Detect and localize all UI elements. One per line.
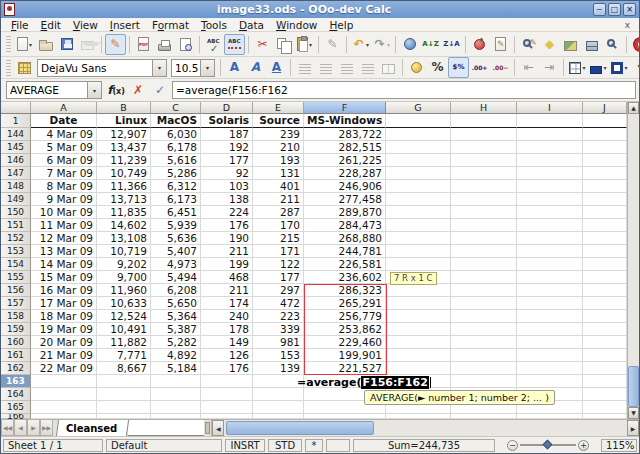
cell[interactable] [517,362,583,375]
auto-spellcheck[interactable] [224,34,245,55]
cell[interactable]: 12,907 [97,128,151,141]
toolbar-grip[interactable] [6,36,11,52]
cell[interactable]: 5,650 [151,297,201,310]
row-header-163[interactable]: 163 [1,375,31,388]
cell[interactable] [253,414,304,419]
edit-file[interactable]: ✎ [105,34,126,55]
cell[interactable]: 170 [253,219,304,232]
cell[interactable]: 5,387 [151,323,201,336]
cell[interactable]: Linux [97,114,151,128]
cell[interactable]: 287 [253,206,304,219]
cell[interactable] [451,128,517,141]
cell[interactable] [451,154,517,167]
col-header-F[interactable]: F [304,102,386,114]
print[interactable] [154,34,175,55]
cell[interactable]: 14 Mar 09 [31,258,97,271]
cell[interactable]: 20 Mar 09 [31,336,97,349]
cell[interactable]: 283,722 [304,128,386,141]
cell[interactable]: 8 Mar 09 [31,180,97,193]
cell[interactable] [151,401,201,414]
cell[interactable] [451,336,517,349]
col-header-A[interactable]: A [31,102,97,114]
previous-sheet-button[interactable]: ◀ [14,420,27,436]
cell[interactable]: 6,208 [151,284,201,297]
cell[interactable]: 13 Mar 09 [31,245,97,258]
cell[interactable] [451,141,517,154]
cell[interactable]: 13,108 [97,232,151,245]
open[interactable] [35,34,56,55]
col-header-H[interactable]: H [451,102,517,114]
menu-edit[interactable]: Edit [35,19,67,31]
cell[interactable]: 4,973 [151,258,201,271]
cell[interactable]: 10,491 [97,323,151,336]
zoom-level[interactable]: 115% [601,439,637,452]
cell[interactable] [583,401,627,414]
cell[interactable] [517,245,583,258]
row-header-161[interactable]: 161 [1,349,31,362]
select-all-corner[interactable] [1,102,31,114]
cell[interactable] [517,323,583,336]
cell[interactable]: 177 [253,271,304,284]
cell[interactable] [517,128,583,141]
cell[interactable] [386,141,451,154]
cell[interactable]: 9,202 [97,258,151,271]
cell[interactable]: 6,451 [151,206,201,219]
cell[interactable]: 126 [201,349,253,362]
cell[interactable]: 176 [201,219,253,232]
cell[interactable] [517,232,583,245]
cell[interactable] [517,297,583,310]
col-header-B[interactable]: B [97,102,151,114]
cell[interactable]: 5,636 [151,232,201,245]
menu-help[interactable]: Help [323,19,359,31]
cell[interactable]: 177 [201,154,253,167]
cell[interactable] [583,414,627,419]
cell[interactable] [386,349,451,362]
cell[interactable] [517,414,583,419]
cell[interactable]: 11,835 [97,206,151,219]
cell[interactable]: 131 [253,167,304,180]
cell[interactable]: 5,286 [151,167,201,180]
horizontal-scroll-thumb[interactable] [226,421,374,435]
cell[interactable] [31,375,97,388]
border-color-dropdown-icon[interactable]: ▾ [624,64,627,71]
cell[interactable]: 149 [201,336,253,349]
cell[interactable]: 190 [201,232,253,245]
merge-cells[interactable] [378,57,399,78]
cell[interactable] [31,401,97,414]
find-replace[interactable] [518,34,539,55]
tab-split-handle[interactable] [205,422,210,434]
cell[interactable] [201,414,253,419]
menu-window[interactable]: Window [270,19,323,31]
standard-format[interactable] [448,57,469,78]
cell[interactable] [386,310,451,323]
cell[interactable] [517,271,583,284]
cell[interactable] [583,219,627,232]
cell[interactable]: 5,939 [151,219,201,232]
cell[interactable]: 178 [201,323,253,336]
document-close-icon[interactable]: x [620,20,635,30]
cell[interactable]: 11,960 [97,284,151,297]
cell[interactable] [451,284,517,297]
cell[interactable]: 277,458 [304,193,386,206]
row-header-145[interactable]: 145 [1,141,31,154]
cell[interactable]: 7 Mar 09 [31,167,97,180]
toolbar-grip-2[interactable] [6,60,11,76]
zoom-track[interactable] [520,444,576,446]
cell[interactable]: 5,494 [151,271,201,284]
gallery[interactable] [560,34,581,55]
spellcheck[interactable] [203,34,224,55]
cell[interactable] [201,401,253,414]
cell[interactable]: 10 Mar 09 [31,206,97,219]
cancel-icon[interactable]: ✗ [128,81,148,99]
cell[interactable] [97,375,151,388]
col-header-D[interactable]: D [201,102,253,114]
cell[interactable] [386,180,451,193]
vertical-scroll-thumb[interactable] [628,366,639,407]
underline[interactable]: A [266,57,287,78]
export-pdf[interactable] [133,34,154,55]
menu-view[interactable]: View [67,19,104,31]
row-header-151[interactable]: 151 [1,219,31,232]
cell[interactable] [451,414,517,419]
cell[interactable] [386,128,451,141]
insert-chart[interactable] [469,34,490,55]
